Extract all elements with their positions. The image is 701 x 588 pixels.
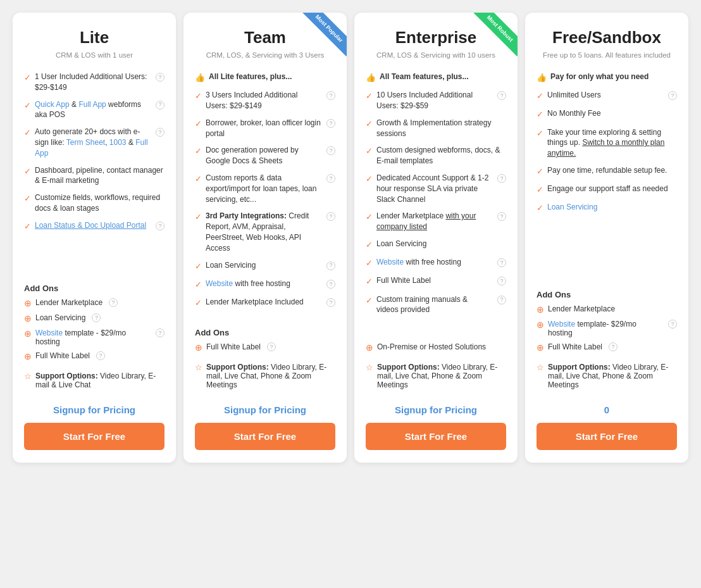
star-icon: ☆ [195, 363, 202, 372]
check-icon: ✓ [24, 127, 31, 139]
plan-card-enterprise: Most RobustEnterpriseCRM, LOS & Servicin… [354, 13, 518, 463]
info-icon[interactable]: ? [326, 280, 335, 289]
hand-icon: 👍 [366, 72, 376, 84]
check-icon: ✓ [195, 261, 202, 272]
info-icon[interactable]: ? [326, 261, 335, 270]
addon-text: Loan Servicing [35, 313, 85, 322]
pricing-label: Signup for Pricing [366, 404, 506, 415]
full-app-link[interactable]: Full App [78, 100, 106, 109]
addon-item: ⊕Full White Label? [195, 342, 335, 353]
addon-item: ⊕Website template- $29/mo hosting? [537, 320, 677, 337]
ribbon-team: Most Popular [296, 13, 347, 63]
check-icon: ✓ [366, 211, 373, 223]
info-icon[interactable]: ? [326, 91, 335, 100]
pricing-label: 0 [537, 404, 677, 415]
website-template-link[interactable]: Website [548, 320, 575, 328]
info-icon[interactable]: ? [326, 212, 335, 221]
website-template-link[interactable]: Website [35, 328, 63, 337]
info-icon[interactable]: ? [497, 212, 506, 221]
check-icon: ✓ [24, 100, 31, 111]
loan-servicing-link[interactable]: Loan Servicing [547, 203, 597, 211]
feature-text: Pay one time, refundable setup fee. [547, 165, 677, 176]
info-icon[interactable]: ? [668, 91, 677, 100]
info-icon[interactable]: ? [96, 351, 105, 360]
support-item: ☆Support Options: Video Library, E-mail … [24, 372, 164, 389]
feature-item: 👍All Team features, plus... [366, 72, 506, 84]
addon-text: Full White Label [35, 351, 90, 360]
feature-text: Loan Servicing [376, 239, 506, 249]
info-icon[interactable]: ? [326, 119, 335, 128]
cta-button-lite[interactable]: Start For Free [24, 423, 164, 450]
feature-item: ✓Engage our support staff as needed [537, 184, 677, 196]
feature-text: All Team features, plus... [380, 72, 506, 82]
feature-text: Website with free hosting [376, 257, 492, 268]
cta-button-enterprise[interactable]: Start For Free [366, 423, 506, 450]
feature-text: 10 Users Included Additional Users: $29-… [376, 90, 492, 111]
info-icon[interactable]: ? [156, 101, 164, 109]
info-icon[interactable]: ? [668, 320, 677, 328]
plus-circle-icon: ⊕ [24, 313, 32, 323]
info-icon[interactable]: ? [326, 174, 335, 183]
feature-list-free-sandbox: 👍Pay for only what you need✓Unlimited Us… [537, 72, 677, 277]
info-icon[interactable]: ? [497, 174, 506, 183]
addon-text: Lender Marketplace [548, 304, 615, 313]
feature-text: Growth & Implementation strategy session… [376, 118, 506, 139]
info-icon[interactable]: ? [497, 91, 506, 100]
info-icon[interactable]: ? [326, 146, 335, 155]
addon-item: ⊕Loan Servicing? [24, 313, 164, 323]
addon-text: Lender Marketplace [35, 298, 102, 307]
support-item: ☆Support Options: Video Library, E-mail,… [366, 363, 506, 389]
loan-status-link[interactable]: Loan Status & Doc Upload Portal [35, 221, 146, 230]
feature-item: ✓Pay one time, refundable setup fee. [537, 165, 677, 177]
info-icon[interactable]: ? [156, 328, 164, 337]
feature-list-team: 👍All Lite features, plus...✓3 Users Incl… [195, 72, 335, 315]
info-icon[interactable]: ? [609, 342, 617, 351]
check-icon: ✓ [24, 72, 31, 84]
pricing-label: Signup for Pricing [195, 404, 335, 415]
feature-item: ✓Take your time exploring & setting thin… [537, 127, 677, 159]
feature-item: ✓1 User Included Additional Users: $29-$… [24, 72, 164, 93]
feature-text: Lender Marketplace Included [206, 297, 321, 308]
check-icon: ✓ [24, 221, 31, 232]
info-icon[interactable]: ? [497, 277, 506, 285]
feature-item: ✓Loan Servicing [366, 239, 506, 251]
cta-button-free-sandbox[interactable]: Start For Free [537, 423, 677, 450]
feature-text: Take your time exploring & setting thing… [547, 127, 677, 159]
info-icon[interactable]: ? [497, 296, 506, 304]
check-icon: ✓ [366, 91, 373, 102]
plan-card-team: Most PopularTeamCRM, LOS, & Servicing wi… [183, 13, 347, 463]
info-icon[interactable]: ? [92, 313, 101, 322]
feature-text: Borrower, broker, loan officer login por… [206, 118, 321, 139]
support-text: Support Options: Video Library, E-mail, … [548, 363, 677, 389]
website-link[interactable]: Website [206, 279, 233, 288]
cta-button-team[interactable]: Start For Free [195, 423, 335, 450]
feature-text: Custom reports & data export/import for … [206, 173, 321, 204]
term-sheet-link[interactable]: Term Sheet [66, 138, 105, 147]
plan-card-lite: LiteCRM & LOS with 1 user✓1 User Include… [13, 13, 176, 463]
feature-item: ✓Growth & Implementation strategy sessio… [366, 118, 506, 139]
feature-item: ✓Auto generate 20+ docs with e-sign like… [24, 127, 164, 158]
check-icon: ✓ [366, 295, 373, 306]
feature-item: ✓Loan Status & Doc Upload Portal? [24, 220, 164, 232]
info-icon[interactable]: ? [156, 73, 164, 82]
support-item: ☆Support Options: Video Library, E-mail,… [537, 363, 677, 389]
info-icon[interactable]: ? [267, 342, 276, 351]
info-icon[interactable]: ? [156, 128, 164, 137]
info-icon[interactable]: ? [156, 222, 164, 230]
feature-text: Pay for only what you need [550, 72, 677, 82]
info-icon[interactable]: ? [326, 298, 335, 307]
addon-item: ⊕Lender Marketplace? [24, 298, 164, 308]
quick-app-link[interactable]: Quick App [35, 100, 70, 109]
support-text: Support Options: Video Library, E-mail, … [206, 363, 335, 389]
feature-item: ✓Website with free hosting? [366, 257, 506, 269]
info-icon[interactable]: ? [109, 298, 118, 307]
info-icon[interactable]: ? [497, 258, 506, 267]
feature-item: ✓Custom reports & data export/import for… [195, 173, 335, 204]
1003-link[interactable]: 1003 [109, 138, 127, 147]
addon-item: ⊕Full White Label? [537, 342, 677, 353]
check-icon: ✓ [366, 239, 373, 251]
website-link[interactable]: Website [376, 258, 404, 266]
feature-text: Dedicated Account Support & 1-2 hour res… [376, 173, 492, 204]
star-icon: ☆ [537, 363, 544, 372]
support-text: Support Options: Video Library, E-mail, … [377, 363, 506, 389]
